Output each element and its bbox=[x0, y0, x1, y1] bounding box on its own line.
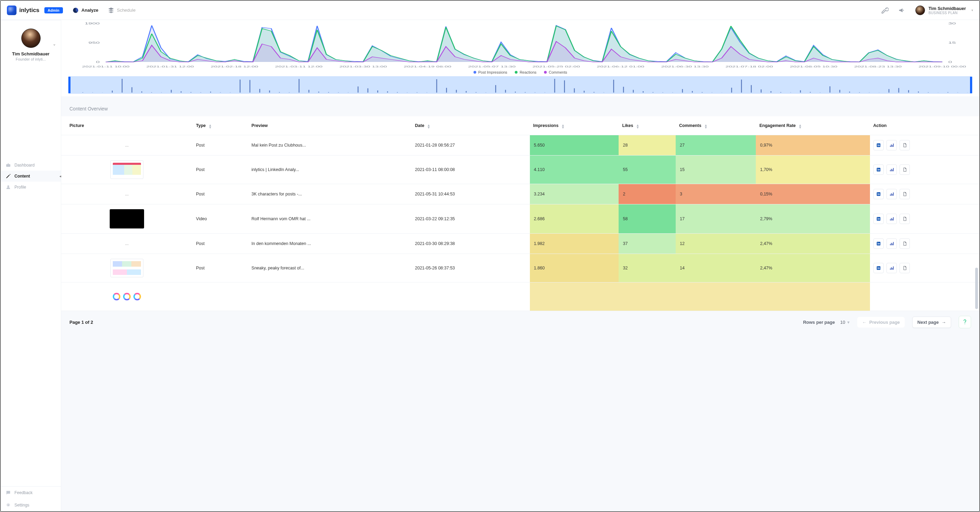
cell-type: Post bbox=[192, 254, 248, 282]
cell-engagement: 2,79% bbox=[756, 204, 870, 234]
chart-canvas[interactable]: 09501900015302021-01-11 10:002021-01-31 … bbox=[68, 21, 972, 70]
brand[interactable]: inlytics bbox=[7, 5, 40, 15]
file-button[interactable] bbox=[899, 164, 910, 175]
sidebar-label: Dashboard bbox=[14, 163, 35, 167]
sort-icon[interactable] bbox=[208, 124, 212, 129]
th-impressions[interactable]: Impressions bbox=[530, 116, 619, 135]
sort-icon[interactable] bbox=[799, 124, 802, 129]
scrollbar[interactable] bbox=[975, 41, 978, 508]
help-button[interactable] bbox=[959, 316, 971, 328]
table-row[interactable]: ...Post3K characters for posts -...2021-… bbox=[61, 184, 979, 204]
sort-icon[interactable] bbox=[636, 124, 639, 129]
gear-icon bbox=[5, 502, 11, 508]
linkedin-button[interactable] bbox=[873, 214, 884, 224]
stats-button[interactable] bbox=[886, 263, 897, 273]
stats-button[interactable] bbox=[886, 238, 897, 249]
cell-picture bbox=[61, 282, 192, 311]
svg-text:2021-07-18 02:00: 2021-07-18 02:00 bbox=[725, 65, 773, 68]
prev-page-button[interactable]: ← Previous page bbox=[857, 317, 905, 328]
svg-rect-77 bbox=[584, 91, 585, 93]
user-menu[interactable]: Tim Schmidbauer BUSINESS PLAN ▾ bbox=[915, 5, 973, 15]
cell-engagement bbox=[756, 282, 870, 311]
file-button[interactable] bbox=[899, 263, 910, 273]
key-icon[interactable] bbox=[881, 6, 889, 14]
cell-action bbox=[870, 254, 979, 282]
svg-rect-26 bbox=[82, 92, 83, 93]
next-label: Next page bbox=[917, 320, 939, 325]
linkedin-button[interactable] bbox=[873, 189, 884, 199]
svg-rect-70 bbox=[515, 91, 516, 93]
table-row[interactable]: PostSneaky, peaky forecast of...2021-05-… bbox=[61, 254, 979, 282]
cell-date: 2021-01-28 08:56:27 bbox=[412, 135, 530, 156]
linkedin-button[interactable] bbox=[873, 140, 884, 150]
cell-type: Video bbox=[192, 204, 248, 234]
svg-text:2021-06-12 01:00: 2021-06-12 01:00 bbox=[597, 65, 645, 68]
megaphone-icon[interactable] bbox=[898, 6, 906, 14]
cell-preview: Rolf Hermann vom OMR hat ... bbox=[248, 204, 411, 234]
nav-analyze[interactable]: Analyze bbox=[73, 7, 99, 13]
table-row[interactable]: VideoRolf Hermann vom OMR hat ...2021-03… bbox=[61, 204, 979, 234]
table-row[interactable]: Postinlytics | LinkedIn Analy...2021-03-… bbox=[61, 156, 979, 184]
file-button[interactable] bbox=[899, 238, 910, 249]
scrollbar-thumb[interactable] bbox=[975, 268, 978, 309]
cell-preview bbox=[248, 282, 411, 311]
linkedin-button[interactable] bbox=[873, 238, 884, 249]
topnav: Analyze Schedule bbox=[73, 7, 135, 13]
sidebar-item-feedback[interactable]: Feedback bbox=[1, 486, 61, 499]
th-likes[interactable]: Likes bbox=[619, 116, 676, 135]
cell-comments: 12 bbox=[676, 234, 756, 254]
linkedin-button[interactable] bbox=[873, 263, 884, 273]
stats-button[interactable] bbox=[886, 164, 897, 175]
sidebar-item-profile[interactable]: Profile bbox=[1, 182, 61, 193]
sort-icon[interactable] bbox=[561, 124, 565, 129]
sidebar-item-settings[interactable]: Settings bbox=[1, 499, 61, 511]
admin-badge[interactable]: Admin bbox=[45, 7, 63, 13]
sidebar-label: Content bbox=[14, 174, 30, 179]
profile-name: Tim Schmidbauer bbox=[12, 51, 49, 56]
nav-schedule[interactable]: Schedule bbox=[108, 7, 135, 13]
cell-impressions: 1.982 bbox=[530, 234, 619, 254]
svg-rect-56 bbox=[377, 91, 378, 93]
th-type[interactable]: Type bbox=[192, 116, 248, 135]
svg-rect-39 bbox=[210, 91, 211, 93]
sort-icon[interactable] bbox=[704, 124, 708, 129]
table-row[interactable]: ...PostIn den kommenden Monaten ...2021-… bbox=[61, 234, 979, 254]
rpp-select[interactable]: 10 ▾ bbox=[840, 320, 850, 325]
next-page-button[interactable]: Next page → bbox=[912, 317, 951, 328]
table-row[interactable]: ...PostMal kein Post zu Clubhous...2021-… bbox=[61, 135, 979, 156]
file-button[interactable] bbox=[899, 189, 910, 199]
sidebar-item-content[interactable]: Content bbox=[1, 171, 61, 182]
profile-switcher[interactable]: Tim Schmidbauer Founder of inlyti... ⌄ bbox=[1, 20, 61, 67]
cell-picture: ... bbox=[61, 184, 192, 204]
thumbnail-icon bbox=[110, 287, 143, 306]
stats-button[interactable] bbox=[886, 140, 897, 150]
range-selector[interactable] bbox=[68, 77, 972, 94]
cell-likes: 58 bbox=[619, 204, 676, 234]
svg-rect-66 bbox=[476, 92, 477, 93]
cell-comments: 27 bbox=[676, 135, 756, 156]
legend-impressions[interactable]: Post Impressions bbox=[474, 70, 507, 74]
th-date[interactable]: Date bbox=[412, 116, 530, 135]
stats-button[interactable] bbox=[886, 214, 897, 224]
table-header-row: Picture Type Preview Date Impressions Li… bbox=[61, 116, 979, 135]
svg-text:2021-05-25 02:00: 2021-05-25 02:00 bbox=[532, 65, 580, 68]
cell-preview: In den kommenden Monaten ... bbox=[248, 234, 411, 254]
svg-rect-45 bbox=[269, 91, 270, 93]
cell-action bbox=[870, 282, 979, 311]
stats-button[interactable] bbox=[886, 189, 897, 199]
svg-rect-2 bbox=[8, 163, 9, 164]
cell-preview: Mal kein Post zu Clubhous... bbox=[248, 135, 411, 156]
th-engagement[interactable]: Engagement Rate bbox=[756, 116, 870, 135]
legend-comments[interactable]: Comments bbox=[544, 70, 567, 74]
sidebar-item-dashboard[interactable]: Dashboard bbox=[1, 160, 61, 171]
chart-legend: Post Impressions Reactions Comments bbox=[68, 70, 972, 77]
sort-icon[interactable] bbox=[427, 124, 431, 129]
svg-rect-94 bbox=[751, 85, 752, 93]
table-row[interactable] bbox=[61, 282, 979, 311]
schedule-icon bbox=[108, 7, 114, 13]
linkedin-button[interactable] bbox=[873, 164, 884, 175]
file-button[interactable] bbox=[899, 214, 910, 224]
legend-reactions[interactable]: Reactions bbox=[515, 70, 536, 74]
file-button[interactable] bbox=[899, 140, 910, 150]
th-comments[interactable]: Comments bbox=[676, 116, 756, 135]
